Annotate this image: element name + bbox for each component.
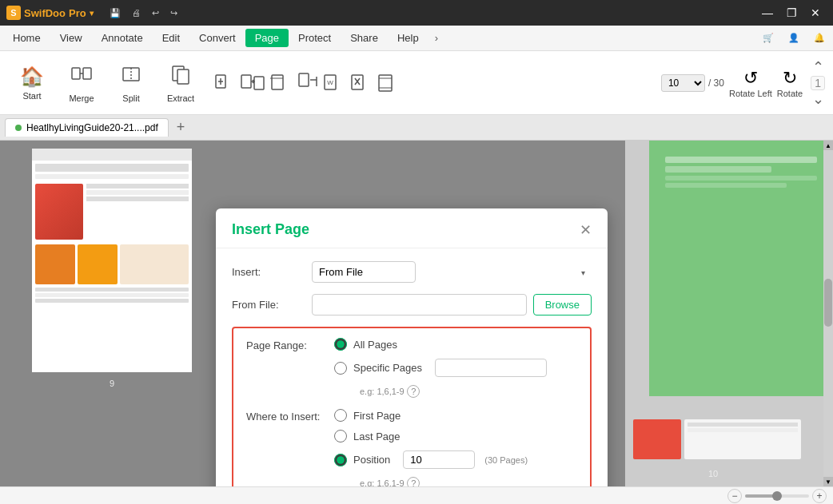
last-page-label[interactable]: Last Page [353,431,401,442]
all-pages-radio[interactable] [334,338,347,351]
specific-pages-help-icon[interactable]: ? [407,385,420,398]
rotate-left-btn[interactable]: ↺ Rotate Left [729,68,772,98]
resize-icon [294,70,320,96]
insert-type-arrow: ▾ [581,268,585,276]
zoom-slider-thumb[interactable] [772,491,782,501]
svg-text:S: S [10,8,16,18]
first-page-label[interactable]: First Page [353,410,401,422]
page-range-section: Page Range: All Pages Specific Pages [246,338,577,398]
zoom-out-btn[interactable]: − [727,489,742,503]
position-hint-text: e.g: 1,6,1-9 [360,478,405,486]
modal-title: Insert Page [232,221,309,238]
app-dropdown-arrow[interactable]: ▾ [90,9,94,18]
undo-btn[interactable]: ↩ [147,6,164,20]
scroll-up-btn[interactable]: ▲ [823,141,833,150]
replace-icon [240,70,265,96]
menu-bar: Home View Annotate Edit Convert Page Pro… [0,26,833,51]
page-num-9: 9 [32,379,192,388]
start-icon: 🏠 [20,65,44,88]
page-nav-down[interactable]: ⌄ [812,90,824,108]
left-pdf-area: 9 [16,141,208,486]
main-content: 9 10 ▲ ▼ [0,141,833,486]
shop-icon-btn[interactable]: 🛒 [758,31,779,45]
specific-pages-label[interactable]: Specific Pages [353,362,422,374]
specific-pages-input[interactable] [435,359,547,377]
scrollbar-thumb[interactable] [824,279,832,327]
menu-annotate[interactable]: Annotate [92,29,153,47]
account-icon-btn[interactable]: 👤 [783,31,804,45]
modal-header: Insert Page ✕ [216,208,608,248]
position-label[interactable]: Position [353,454,390,466]
rotate-right-btn[interactable]: ↻ Rotate [777,68,803,98]
menu-page[interactable]: Page [245,29,289,47]
split-btn[interactable]: Split [107,55,155,111]
merge-btn[interactable]: Merge [58,55,106,111]
menu-edit[interactable]: Edit [153,29,189,47]
extract-icon [169,63,192,90]
last-page-radio[interactable] [334,430,347,442]
position-help-icon[interactable]: ? [407,477,420,486]
zoom-in-btn[interactable]: + [812,489,827,503]
svg-rect-12 [241,75,251,88]
modal-close-btn[interactable]: ✕ [580,223,592,237]
svg-rect-8 [177,69,189,84]
specific-pages-hint-text: e.g: 1,6,1-9 [360,387,405,396]
tab-filename: HeatlhyLivingGuide20-21....pdf [26,122,158,133]
scrollbar-vertical[interactable]: ▲ ▼ [823,141,833,486]
page-input-wrap: 10 / 30 [661,74,724,92]
print-btn[interactable]: 🖨 [127,6,145,19]
menu-help[interactable]: Help [388,29,428,47]
minimize-btn[interactable]: — [756,3,779,22]
first-page-row: First Page [334,409,577,422]
svg-rect-2 [72,68,80,79]
crop-icon [267,70,293,96]
menu-convert[interactable]: Convert [189,29,245,47]
section-box: Page Range: All Pages Specific Pages [232,327,592,486]
all-pages-label[interactable]: All Pages [353,339,397,351]
where-to-insert-label: Where to Insert: [246,409,334,423]
menu-home[interactable]: Home [3,29,50,47]
svg-rect-22 [379,75,392,91]
page-select[interactable]: 10 [661,74,705,92]
start-btn[interactable]: 🏠 Start [8,55,56,111]
delete-pages-icon [349,70,374,96]
menu-share[interactable]: Share [341,29,388,47]
add-tab-btn[interactable]: + [172,117,190,137]
menu-more[interactable]: › [428,29,444,47]
page-total: / 30 [708,77,724,89]
tab-status-dot [15,125,22,131]
pdf-page-9 [32,149,192,372]
specific-pages-radio[interactable] [334,362,347,375]
start-label: Start [22,91,41,101]
scroll-down-btn[interactable]: ▼ [823,477,833,486]
extract-label: Extract [167,93,194,103]
split-label: Split [122,93,139,103]
menu-view[interactable]: View [50,29,92,47]
page-nav-up[interactable]: ⌃ [812,58,824,76]
menu-protect[interactable]: Protect [289,29,341,47]
svg-text:W: W [327,79,333,86]
first-page-radio[interactable] [334,409,347,422]
browse-btn[interactable]: Browse [533,294,592,315]
insert-type-select-wrap: From File Blank Page ▾ [312,261,592,283]
pdf-tab[interactable]: HeatlhyLivingGuide20-21....pdf [5,118,169,137]
extract-btn[interactable]: Extract [157,55,205,111]
position-radio[interactable] [334,454,347,466]
save-file-btn[interactable]: 💾 [105,6,126,20]
redo-btn[interactable]: ↪ [165,6,182,20]
position-row: Position (30 Pages) [334,450,577,469]
from-file-input-wrap: Browse [312,294,592,315]
notification-icon-btn[interactable]: 🔔 [809,31,830,45]
close-btn[interactable]: ✕ [804,3,827,22]
toolbar-right-icons: 🛒 👤 🔔 [758,31,830,45]
insert-type-row: Insert: From File Blank Page ▾ [232,261,592,283]
pagination-nav: ⌃ 1 ⌄ [811,58,825,108]
zoom-slider[interactable] [745,494,809,498]
insert-type-select[interactable]: From File Blank Page [312,261,416,283]
app-logo: S SwifDooPro ▾ [6,6,94,20]
split-icon [120,63,142,90]
app-logo-icon: S [6,6,21,20]
maximize-btn[interactable]: ❐ [780,3,803,22]
position-input[interactable] [403,450,475,469]
from-file-input[interactable] [312,294,527,315]
